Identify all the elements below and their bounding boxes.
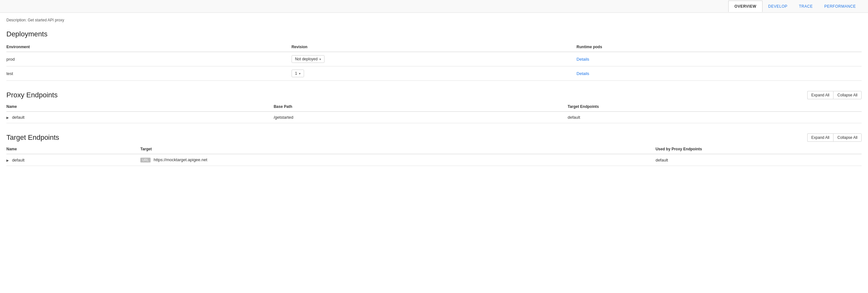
description-text: Description: Get started API proxy — [6, 18, 862, 22]
col-header-revision: Revision — [291, 42, 577, 52]
nav-performance[interactable]: PERFORMANCE — [818, 1, 862, 12]
top-nav: OVERVIEW DEVELOP TRACE PERFORMANCE — [0, 0, 868, 13]
proxy-endpoints-title: Proxy Endpoints — [6, 91, 58, 99]
col-header-used-by: Used by Proxy Endpoints — [655, 144, 862, 154]
table-row: test 1 ▾ Details — [6, 66, 862, 81]
target-endpoints-table: Name Target Used by Proxy Endpoints ▶ de… — [6, 144, 862, 166]
details-link-test[interactable]: Details — [577, 71, 589, 76]
nav-develop[interactable]: DEVELOP — [763, 1, 793, 12]
revision-test-cell: 1 ▾ — [291, 66, 577, 81]
revision-prod-cell: Not deployed ▾ — [291, 52, 577, 66]
target-url-value: https://mocktarget.apigee.net — [154, 157, 208, 162]
table-row: ▶ default URL https://mocktarget.apigee.… — [6, 154, 862, 166]
env-test: test — [6, 66, 291, 81]
runtime-pods-test: Details — [577, 66, 862, 81]
col-header-base-path: Base Path — [274, 102, 568, 112]
target-name-value: default — [12, 158, 25, 162]
col-header-target-endpoints: Target Endpoints — [567, 102, 862, 112]
proxy-name-value: default — [12, 115, 25, 120]
proxy-expand-all-button[interactable]: Expand All — [807, 91, 834, 99]
col-header-environment: Environment — [6, 42, 291, 52]
col-header-runtime-pods: Runtime pods — [577, 42, 862, 52]
expand-arrow-icon[interactable]: ▶ — [6, 116, 9, 119]
target-endpoints-title: Target Endpoints — [6, 134, 59, 142]
revision-test-value: 1 — [295, 71, 297, 76]
col-header-target-target: Target — [141, 144, 655, 154]
proxy-name-cell: ▶ default — [6, 112, 274, 123]
revision-prod-value: Not deployed — [295, 57, 318, 61]
proxy-endpoints-section-header: Proxy Endpoints Expand All Collapse All — [6, 91, 862, 99]
col-header-target-name: Name — [6, 144, 141, 154]
target-endpoints-section-header: Target Endpoints Expand All Collapse All — [6, 134, 862, 142]
target-value-cell: URL https://mocktarget.apigee.net — [141, 154, 655, 166]
col-header-proxy-name: Name — [6, 102, 274, 112]
target-name-cell: ▶ default — [6, 154, 141, 166]
proxy-endpoints-table: Name Base Path Target Endpoints ▶ defaul… — [6, 102, 862, 123]
details-link-prod[interactable]: Details — [577, 57, 589, 62]
table-row: prod Not deployed ▾ Details — [6, 52, 862, 66]
url-badge: URL — [141, 158, 151, 162]
expand-arrow-icon[interactable]: ▶ — [6, 159, 9, 162]
revision-prod-dropdown[interactable]: Not deployed ▾ — [291, 55, 325, 63]
proxy-endpoints-btn-group: Expand All Collapse All — [807, 91, 862, 99]
target-expand-all-button[interactable]: Expand All — [807, 134, 834, 142]
proxy-base-path: /getstarted — [274, 112, 568, 123]
main-content: Description: Get started API proxy Deplo… — [0, 13, 868, 183]
nav-trace[interactable]: TRACE — [793, 1, 818, 12]
target-collapse-all-button[interactable]: Collapse All — [833, 134, 862, 142]
target-endpoints-btn-group: Expand All Collapse All — [807, 134, 862, 142]
chevron-down-icon: ▾ — [319, 58, 321, 61]
revision-test-dropdown[interactable]: 1 ▾ — [291, 70, 304, 77]
nav-overview[interactable]: OVERVIEW — [728, 1, 762, 12]
deployments-title: Deployments — [6, 30, 862, 38]
env-prod: prod — [6, 52, 291, 66]
proxy-collapse-all-button[interactable]: Collapse All — [833, 91, 862, 99]
chevron-down-icon: ▾ — [299, 72, 301, 75]
table-row: ▶ default /getstarted default — [6, 112, 862, 123]
runtime-pods-prod: Details — [577, 52, 862, 66]
deployments-table: Environment Revision Runtime pods prod N… — [6, 42, 862, 81]
target-used-by: default — [655, 154, 862, 166]
proxy-target-endpoints: default — [567, 112, 862, 123]
